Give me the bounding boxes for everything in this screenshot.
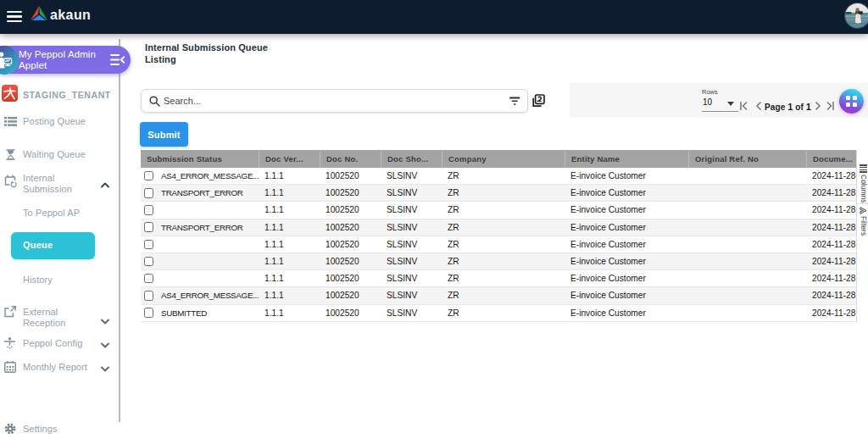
cell-doc_short: SLSINV [381, 308, 442, 318]
cell-doc_no: 1002520 [320, 223, 381, 232]
tenant-logo-icon [2, 85, 18, 102]
last-page-button[interactable] [826, 101, 836, 111]
cell-status [141, 257, 259, 267]
cell-company: ZR [442, 188, 565, 197]
sidebar-item-internal-submission[interactable]: Internal Submission [23, 173, 82, 195]
cell-doc_no: 1002520 [320, 171, 381, 180]
column-header[interactable]: Doc Ver... [259, 150, 320, 168]
peppol-config-icon [4, 337, 15, 350]
search-box[interactable]: Search... [141, 89, 528, 113]
row-checkbox[interactable] [144, 274, 154, 284]
chevron-down-icon[interactable] [101, 366, 109, 372]
chevron-up-icon[interactable] [101, 182, 109, 188]
search-input[interactable]: Search... [164, 96, 201, 106]
cell-entity: E-invoice Customer [565, 257, 688, 266]
app-root: akaun [0, 0, 868, 444]
queue-label: Queue [23, 240, 53, 250]
column-header[interactable]: Doc No. [320, 150, 381, 168]
table-side-tabs: Columns Filters [856, 150, 868, 322]
cell-entity: E-invoice Customer [565, 171, 688, 180]
sidebar-item-waiting-queue[interactable]: Waiting Queue [23, 149, 86, 159]
table-row: TRANSPORT_ERROR1.1.11002520SLSINVZRE-inv… [141, 185, 856, 202]
cell-doc_ver: 1.1.1 [259, 205, 320, 214]
cell-entity: E-invoice Customer [565, 188, 688, 197]
sidebar-item-posting-queue[interactable]: Posting Queue [23, 116, 86, 126]
sidebar-scrollbar[interactable] [119, 39, 120, 422]
sidebar-item-queue-active[interactable]: Queue [11, 232, 95, 259]
filter-list-icon[interactable] [509, 97, 520, 106]
cell-company: ZR [442, 274, 565, 283]
next-page-button[interactable] [813, 101, 823, 111]
submit-button[interactable]: Submit [140, 122, 188, 147]
column-header[interactable]: Original Ref. No [688, 150, 806, 168]
cell-status [141, 274, 259, 284]
column-header[interactable]: Submission Status [141, 150, 259, 168]
cell-doc_no: 1002520 [320, 240, 381, 249]
cell-doc_short: SLSINV [381, 274, 442, 283]
rows-per-page-select[interactable]: 10 [703, 97, 712, 107]
cell-entity: E-invoice Customer [565, 205, 688, 214]
cell-company: ZR [442, 308, 565, 318]
monthly-report-icon [4, 361, 16, 373]
column-header[interactable]: Entity Name [565, 150, 688, 168]
row-checkbox[interactable] [144, 171, 154, 181]
sidebar-item-external-reception[interactable]: External Reception [23, 307, 79, 329]
row-checkbox[interactable] [144, 205, 154, 215]
sidebar-item-to-peppol-ap[interactable]: To Peppol AP [23, 208, 80, 218]
row-checkbox[interactable] [144, 188, 154, 198]
cell-doc_ver: 1.1.1 [259, 257, 320, 266]
page-indicator: Page 1 of 1 [765, 102, 811, 112]
previous-page-button[interactable] [754, 101, 764, 111]
cell-company: ZR [442, 223, 565, 232]
row-checkbox[interactable] [144, 240, 154, 250]
cell-company: ZR [442, 257, 565, 266]
tab-filters[interactable]: Filters [860, 216, 868, 236]
table-row: AS4_ERROR_MESSAGE...1.1.11002520SLSINVZR… [141, 168, 856, 185]
cell-company: ZR [442, 240, 565, 249]
first-page-button[interactable] [738, 101, 748, 111]
hamburger-menu-icon[interactable] [7, 11, 22, 23]
grid-view-button[interactable] [839, 89, 864, 114]
sidebar-item-settings[interactable]: Settings [23, 424, 58, 434]
chevron-down-icon[interactable] [101, 342, 109, 348]
cell-doc_short: SLSINV [381, 188, 442, 197]
rows-dropdown-caret-icon[interactable] [727, 102, 734, 106]
cell-doc_date: 2024-11-28 [806, 308, 856, 318]
row-checkbox[interactable] [144, 222, 154, 232]
data-table: Submission StatusDoc Ver...Doc No.Doc Sh… [141, 150, 856, 322]
cell-doc_short: SLSINV [381, 240, 442, 249]
column-header[interactable]: Company [442, 150, 565, 168]
column-header[interactable]: Docume... [806, 150, 856, 168]
cell-doc_date: 2024-11-28 [806, 257, 856, 266]
row-checkbox[interactable] [144, 291, 154, 301]
cell-company: ZR [442, 205, 565, 214]
table-row: 1.1.11002520SLSINVZRE-invoice Customer20… [141, 270, 856, 287]
column-header[interactable]: Doc Sho... [381, 150, 442, 168]
main-content: Internal Submission Queue Listing Search… [136, 34, 868, 444]
row-checkbox[interactable] [144, 308, 154, 318]
applet-switcher[interactable]: My Peppol Admin Applet [0, 46, 131, 74]
page-title: Internal Submission Queue Listing [145, 42, 268, 65]
sidebar-nav: My Peppol Admin Applet STAGING_TENANT Po… [0, 34, 136, 444]
row-checkbox[interactable] [144, 257, 154, 267]
cell-doc_date: 2024-11-28 [806, 223, 856, 232]
sidebar-item-peppol-config[interactable]: Peppol Config [23, 338, 82, 348]
user-avatar[interactable] [845, 3, 868, 28]
filter-2-pages-icon[interactable] [531, 94, 545, 108]
cell-doc_no: 1002520 [320, 205, 381, 214]
table-body: AS4_ERROR_MESSAGE...1.1.11002520SLSINVZR… [141, 168, 856, 322]
sidebar-item-monthly-report[interactable]: Monthly Report [23, 362, 87, 372]
chevron-down-icon[interactable] [101, 319, 109, 325]
collapse-sidebar-icon[interactable] [110, 53, 125, 66]
cell-status: SUBMITTED [141, 308, 259, 318]
sidebar-item-history[interactable]: History [23, 275, 53, 285]
tab-columns[interactable]: Columns [860, 175, 868, 203]
cell-doc_date: 2024-11-28 [806, 171, 856, 180]
cell-status: AS4_ERROR_MESSAGE... [141, 171, 259, 181]
table-row: 1.1.11002520SLSINVZRE-invoice Customer20… [141, 202, 856, 219]
cell-doc_ver: 1.1.1 [259, 240, 320, 249]
cell-doc_no: 1002520 [320, 274, 381, 283]
tenant-name[interactable]: STAGING_TENANT [23, 90, 111, 100]
cell-doc_short: SLSINV [381, 171, 442, 180]
external-reception-icon [4, 306, 16, 318]
